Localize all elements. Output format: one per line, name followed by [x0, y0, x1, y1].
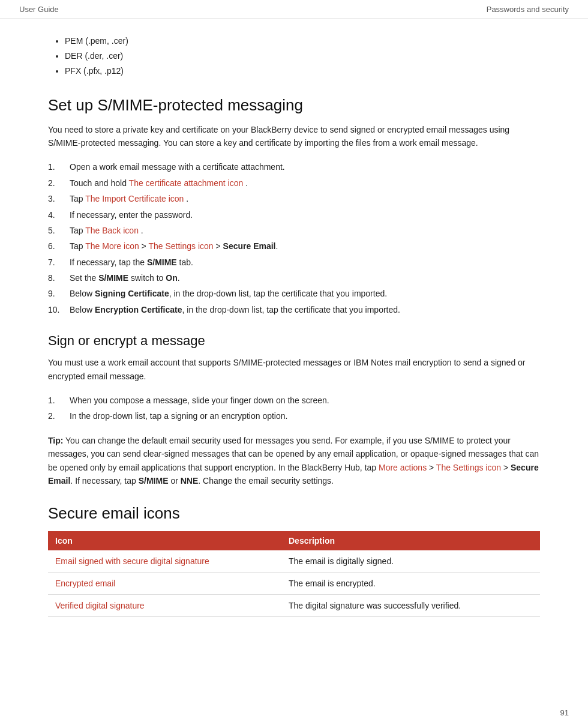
format-list: PEM (.pem, .cer) DER (.der, .cer) PFX (.…	[65, 34, 540, 79]
section2-steps: 1. When you compose a message, slide you…	[48, 394, 540, 423]
step-5: 5. Tap The Back icon .	[48, 224, 540, 237]
step-1: 1. Open a work email message with a cert…	[48, 160, 540, 173]
import-certificate-icon-link: The Import Certificate icon	[85, 194, 184, 203]
more-icon-link: The More icon	[85, 241, 139, 251]
page-number: 91	[560, 708, 569, 717]
section1-steps: 1. Open a work email message with a cert…	[48, 160, 540, 316]
description-cell-3: The digital signature was successfully v…	[281, 595, 540, 617]
table-col-description: Description	[281, 531, 540, 550]
list-item: DER (.der, .cer)	[65, 49, 540, 64]
table-row: Email signed with secure digital signatu…	[48, 550, 540, 573]
table-row: Encrypted email The email is encrypted.	[48, 573, 540, 595]
tip-paragraph: Tip: You can change the default email se…	[48, 434, 540, 488]
step-7: 7. If necessary, tap the S/MIME tab.	[48, 256, 540, 269]
step-9: 9. Below Signing Certificate, in the dro…	[48, 287, 540, 300]
step-10: 10. Below Encryption Certificate, in the…	[48, 303, 540, 316]
section2-intro: You must use a work email account that s…	[48, 356, 540, 383]
settings-icon-link: The Settings icon	[148, 241, 213, 251]
page-header: User Guide Passwords and security	[0, 0, 588, 19]
step-3: 3. Tap The Import Certificate icon .	[48, 192, 540, 205]
description-cell-1: The email is digitally signed.	[281, 550, 540, 573]
step-4: 4. If necessary, enter the password.	[48, 208, 540, 221]
header-left: User Guide	[19, 5, 59, 14]
certificate-attachment-icon-link: The certificate attachment icon	[129, 178, 244, 188]
icon-cell-3: Verified digital signature	[48, 595, 281, 617]
list-item: PFX (.pfx, .p12)	[65, 64, 540, 79]
section3-heading: Secure email icons	[48, 504, 540, 523]
back-icon-link: The Back icon	[85, 226, 139, 235]
table-col-icon: Icon	[48, 531, 281, 550]
page-footer: 91	[560, 708, 569, 717]
section1-heading: Set up S/MIME-protected messaging	[48, 96, 540, 115]
step-2: 2. Touch and hold The certificate attach…	[48, 176, 540, 190]
table-row: Verified digital signature The digital s…	[48, 595, 540, 617]
tip-label: Tip:	[48, 436, 63, 445]
list-item: PEM (.pem, .cer)	[65, 34, 540, 49]
step-6: 6. Tap The More icon > The Settings icon…	[48, 239, 540, 253]
icon-cell-2: Encrypted email	[48, 573, 281, 595]
icon-cell-1: Email signed with secure digital signatu…	[48, 550, 281, 573]
secure-email-label: Secure Email	[223, 241, 276, 251]
secure-email-icons-table: Icon Description Email signed with secur…	[48, 531, 540, 617]
header-right: Passwords and security	[487, 5, 569, 14]
section1-intro: You need to store a private key and cert…	[48, 123, 540, 150]
more-actions-link: More actions	[379, 463, 427, 472]
description-cell-2: The email is encrypted.	[281, 573, 540, 595]
page-content: PEM (.pem, .cer) DER (.der, .cer) PFX (.…	[0, 19, 588, 641]
step-s2: 2. In the drop-down list, tap a signing …	[48, 409, 540, 423]
step-s1: 1. When you compose a message, slide you…	[48, 394, 540, 407]
step-8: 8. Set the S/MIME switch to On.	[48, 271, 540, 284]
section2-heading: Sign or encrypt a message	[48, 333, 540, 349]
settings-icon-link2: The Settings icon	[436, 463, 501, 472]
